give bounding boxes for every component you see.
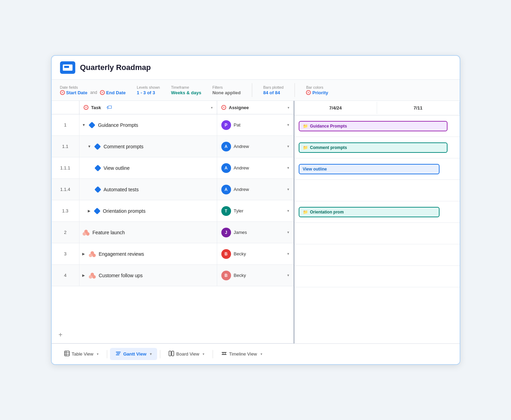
task-cell[interactable]: Feature launch	[79, 222, 217, 243]
expand-icon[interactable]: ▼	[82, 123, 86, 127]
task-col-chevron[interactable]: ▾	[211, 106, 213, 110]
gantt-row: 📁Guidance Prompts	[295, 115, 460, 137]
nav-tab-chevron[interactable]: ▾	[97, 352, 99, 356]
gantt-row	[295, 266, 460, 287]
assignee-col-chevron[interactable]: ▾	[288, 106, 289, 110]
task-cell[interactable]: ▶ Engagement reviews	[79, 243, 217, 264]
task-cell[interactable]: View outline	[79, 157, 217, 178]
table-row[interactable]: 1.3 ▶ Orientation prompts T Tyler ▾	[52, 200, 293, 222]
avatar: B	[221, 271, 231, 280]
col-num-header	[52, 101, 79, 114]
add-row[interactable]: +	[52, 326, 293, 343]
task-cell[interactable]: ▶ Customer follow ups	[79, 265, 217, 286]
assignee-chevron[interactable]: ▾	[287, 273, 289, 278]
svg-point-9	[89, 254, 92, 257]
avatar: B	[221, 249, 231, 259]
svg-rect-3	[95, 186, 101, 193]
page-title: Quarterly Roadmap	[80, 63, 151, 72]
assignee-name: Tyler	[234, 208, 244, 213]
task-cell[interactable]: Automated tests	[79, 179, 217, 200]
table-icon	[64, 351, 70, 357]
assignee-chevron[interactable]: ▾	[287, 144, 289, 149]
assignee-cell[interactable]: B Becky ▾	[217, 265, 293, 286]
row-number: 1	[52, 114, 79, 135]
cluster-icon	[88, 272, 96, 279]
nav-tab-table-view[interactable]: Table View ▾	[59, 348, 104, 360]
task-name: Engagement reviews	[99, 251, 144, 257]
col-task-header[interactable]: ⊕ Task 🏷 ▾	[79, 101, 217, 114]
diamond-icon	[94, 208, 100, 214]
row-number: 1.1.1	[52, 157, 79, 178]
row-number: 1.1.4	[52, 179, 79, 200]
assignee-chevron[interactable]: ▾	[287, 230, 289, 235]
bar-colors-value-row: ⊕ Priority	[306, 90, 328, 95]
assignee-cell[interactable]: A Andrew ▾	[217, 157, 293, 178]
tag-icon: 🏷	[107, 104, 112, 111]
row-number: 3	[52, 243, 79, 264]
table-row[interactable]: 3 ▶ Engagement reviews B Becky ▾	[52, 243, 293, 265]
avatar: T	[221, 206, 231, 216]
assignee-cell[interactable]: T Tyler ▾	[217, 200, 293, 221]
expand-icon[interactable]: ▶	[82, 252, 85, 256]
gantt-date-1: 7/4/24	[295, 102, 377, 114]
task-name: Comment prompts	[103, 144, 143, 149]
levels-label: Levels shown	[137, 85, 160, 89]
nav-tab-label: Timeline View	[229, 351, 257, 357]
col-assignee-header[interactable]: ⊕ Assignee ▾	[217, 101, 293, 114]
add-row-button[interactable]: +	[59, 331, 63, 338]
assignee-chevron[interactable]: ▾	[287, 166, 289, 170]
timeframe-label: Timeframe	[171, 85, 201, 89]
date-fields-value[interactable]: ⊕ Start Date and ⊕ End Date	[60, 90, 126, 95]
table-row[interactable]: 4 ▶ Customer follow ups B Becky ▾	[52, 265, 293, 286]
assignee-chevron[interactable]: ▾	[287, 252, 289, 256]
nav-tab-label: Gantt View	[123, 351, 146, 357]
assignee-cell[interactable]: A Andrew ▾	[217, 136, 293, 157]
avatar: J	[221, 228, 231, 237]
table-row[interactable]: 1 ▼ Guidance Prompts P Pat ▾	[52, 114, 293, 136]
assignee-name: Andrew	[234, 165, 249, 170]
bar-folder-icon: 📁	[303, 124, 308, 129]
svg-rect-4	[94, 208, 100, 214]
expand-icon[interactable]: ▶	[88, 209, 91, 213]
gantt-bar[interactable]: View outline	[299, 164, 440, 174]
start-date-value: Start Date	[66, 90, 87, 95]
globe-icon-task: ⊕	[84, 105, 88, 110]
task-cell[interactable]: ▼ Guidance Prompts	[79, 114, 217, 135]
gantt-bar[interactable]: 📁Guidance Prompts	[299, 121, 448, 131]
avatar: P	[221, 120, 231, 130]
assignee-name: Becky	[234, 251, 246, 256]
assignee-chevron[interactable]: ▾	[287, 187, 289, 192]
table-row[interactable]: 2 Feature launch J James ▾	[52, 222, 293, 243]
table-row[interactable]: 1.1 ▼ Comment prompts A Andrew ▾	[52, 136, 293, 157]
assignee-chevron[interactable]: ▾	[287, 209, 289, 213]
assignee-cell[interactable]: P Pat ▾	[217, 114, 293, 135]
assignee-cell[interactable]: J James ▾	[217, 222, 293, 243]
expand-icon[interactable]: ▼	[88, 145, 91, 148]
assignee-name: Becky	[234, 273, 246, 278]
nav-tab-chevron[interactable]: ▾	[261, 352, 262, 356]
nav-tab-gantt-view[interactable]: Gantt View ▾	[110, 348, 157, 360]
task-cell[interactable]: ▼ Comment prompts	[79, 136, 217, 157]
gantt-row: 📁Orientation prom	[295, 201, 460, 223]
table-row[interactable]: 1.1.1 View outline A Andrew ▾	[52, 157, 293, 179]
assignee-cell[interactable]: A Andrew ▾	[217, 179, 293, 200]
table-row[interactable]: 1.1.4 Automated tests A Andrew ▾	[52, 179, 293, 200]
filters-label: Filters	[212, 85, 241, 89]
nav-tab-chevron[interactable]: ▾	[203, 352, 204, 356]
nav-tab-timeline-view[interactable]: Timeline View ▾	[216, 348, 267, 360]
svg-rect-2	[95, 165, 101, 171]
levels-value: 1 - 3 of 3	[137, 90, 160, 95]
assignee-chevron[interactable]: ▾	[287, 123, 289, 127]
globe-icon-assignee: ⊕	[221, 105, 226, 110]
gantt-bar[interactable]: 📁Comment prompts	[299, 142, 448, 153]
row-number: 1.3	[52, 200, 79, 221]
task-cell[interactable]: ▶ Orientation prompts	[79, 200, 217, 221]
expand-icon[interactable]: ▶	[82, 273, 85, 277]
assignee-cell[interactable]: B Becky ▾	[217, 243, 293, 264]
header: Quarterly Roadmap	[52, 56, 460, 80]
toolbar-divider	[252, 83, 252, 97]
gantt-bar[interactable]: 📁Orientation prom	[299, 207, 440, 217]
nav-tab-chevron[interactable]: ▾	[150, 352, 152, 356]
nav-separator	[107, 350, 107, 358]
nav-tab-board-view[interactable]: Board View ▾	[163, 348, 210, 360]
